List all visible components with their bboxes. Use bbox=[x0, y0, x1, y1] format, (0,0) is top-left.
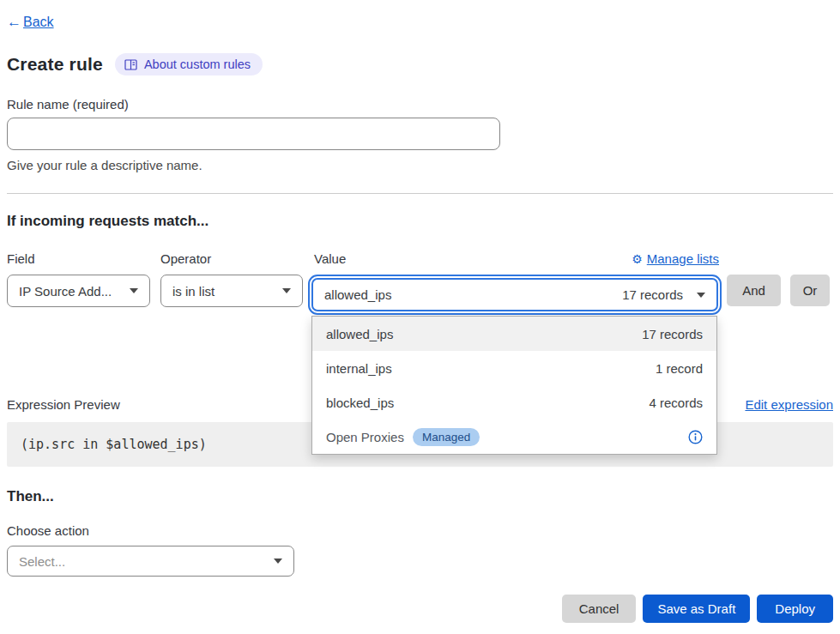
about-custom-rules-link[interactable]: About custom rules bbox=[115, 53, 263, 75]
expression-code: (ip.src in $allowed_ips) bbox=[21, 437, 207, 452]
list-item-name: allowed_ips bbox=[326, 327, 393, 341]
field-select[interactable]: IP Source Add... bbox=[7, 275, 150, 307]
section-divider bbox=[7, 193, 833, 194]
back-row: ← Back bbox=[7, 0, 833, 31]
managed-badge: Managed bbox=[413, 428, 480, 446]
value-combobox-count: 17 records bbox=[622, 287, 683, 302]
value-combobox[interactable]: allowed_ips 17 records bbox=[311, 278, 718, 311]
title-row: Create rule About custom rules bbox=[7, 53, 833, 75]
list-item[interactable]: allowed_ips 17 records bbox=[312, 317, 716, 351]
chevron-down-icon bbox=[130, 288, 138, 293]
rule-name-input[interactable] bbox=[7, 118, 500, 150]
back-arrow-icon: ← bbox=[7, 14, 21, 31]
chevron-down-icon bbox=[274, 559, 282, 564]
rule-name-label: Rule name (required) bbox=[7, 97, 833, 112]
back-link[interactable]: ← Back bbox=[7, 14, 54, 31]
condition-labels-row: Field Operator Value ⚙ Manage lists bbox=[7, 251, 833, 269]
list-item-count: 17 records bbox=[642, 327, 703, 341]
gear-icon: ⚙ bbox=[632, 252, 643, 266]
chevron-down-icon bbox=[282, 288, 291, 293]
info-icon[interactable] bbox=[688, 430, 703, 444]
list-item-name: Open Proxies bbox=[326, 430, 404, 444]
field-label: Field bbox=[7, 251, 35, 266]
deploy-button[interactable]: Deploy bbox=[757, 595, 833, 623]
chevron-down-icon bbox=[697, 293, 705, 298]
list-item[interactable]: blocked_ips 4 records bbox=[312, 385, 716, 420]
then-section-heading: Then... bbox=[7, 488, 833, 505]
edit-expression-link[interactable]: Edit expression bbox=[745, 397, 833, 412]
about-custom-rules-label: About custom rules bbox=[144, 57, 251, 71]
back-link-label: Back bbox=[23, 15, 54, 30]
list-item-name: internal_ips bbox=[326, 361, 392, 376]
list-item-count: 1 record bbox=[656, 361, 703, 376]
create-rule-page: ← Back Create rule About custom rules Ru… bbox=[0, 0, 840, 634]
list-item[interactable]: Open Proxies Managed bbox=[312, 420, 716, 454]
list-item-count: 4 records bbox=[649, 395, 703, 410]
condition-row: IP Source Add... is in list allowed_ips … bbox=[7, 275, 833, 315]
manage-lists-link[interactable]: ⚙ Manage lists bbox=[632, 251, 719, 266]
cancel-button[interactable]: Cancel bbox=[562, 595, 637, 623]
expression-preview-label: Expression Preview bbox=[7, 397, 120, 412]
operator-select-value: is in list bbox=[172, 284, 215, 299]
list-item[interactable]: internal_ips 1 record bbox=[312, 351, 716, 385]
manage-lists-label: Manage lists bbox=[647, 251, 719, 266]
or-button[interactable]: Or bbox=[790, 275, 830, 306]
value-combobox-text: allowed_ips bbox=[324, 287, 622, 302]
match-section-heading: If incoming requests match... bbox=[7, 213, 833, 230]
and-button[interactable]: And bbox=[727, 275, 781, 306]
value-label: Value bbox=[314, 251, 346, 266]
action-select-placeholder: Select... bbox=[19, 554, 65, 569]
value-dropdown-list: allowed_ips 17 records internal_ips 1 re… bbox=[311, 316, 717, 455]
footer-actions: Cancel Save as Draft Deploy bbox=[7, 595, 833, 623]
action-select[interactable]: Select... bbox=[7, 546, 294, 577]
operator-label: Operator bbox=[160, 251, 211, 266]
choose-action-label: Choose action bbox=[7, 523, 833, 538]
save-as-draft-button[interactable]: Save as Draft bbox=[643, 595, 750, 623]
page-title: Create rule bbox=[7, 54, 103, 75]
value-combobox-focus-ring: allowed_ips 17 records bbox=[308, 275, 722, 315]
rule-name-helper-text: Give your rule a descriptive name. bbox=[7, 158, 833, 172]
field-select-value: IP Source Add... bbox=[19, 284, 112, 299]
book-icon bbox=[124, 59, 137, 70]
operator-select[interactable]: is in list bbox=[160, 275, 303, 307]
list-item-name: blocked_ips bbox=[326, 395, 394, 410]
